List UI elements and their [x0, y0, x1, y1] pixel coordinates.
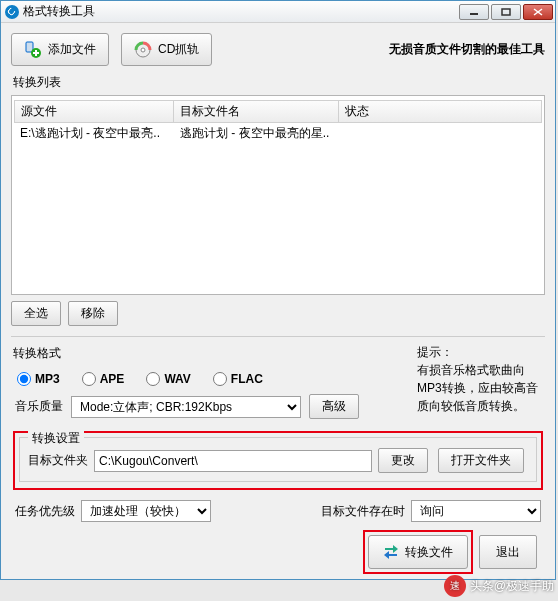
- app-window: 格式转换工具 添加文件 CD抓轨 无损音质文件切割的最佳工具 转换列表: [0, 0, 556, 580]
- col-target[interactable]: 目标文件名: [174, 100, 339, 123]
- window-title: 格式转换工具: [23, 3, 459, 20]
- watermark-text: 头条@极速手助: [470, 578, 554, 595]
- title-bar: 格式转换工具: [1, 1, 555, 23]
- cell-target: 逃跑计划 - 夜空中最亮的星..: [174, 125, 339, 142]
- format-options: MP3 APE WAV FLAC: [11, 366, 413, 394]
- settings-fieldset: 转换设置 目标文件夹 更改 打开文件夹: [19, 437, 537, 482]
- format-mp3[interactable]: MP3: [17, 372, 60, 386]
- dest-row: 目标文件夹 更改 打开文件夹: [28, 448, 528, 473]
- window-body: 添加文件 CD抓轨 无损音质文件切割的最佳工具 转换列表 源文件 目标文件名 状…: [1, 23, 555, 584]
- svg-rect-1: [502, 9, 510, 15]
- exists-group: 目标文件存在时 询问: [321, 500, 541, 522]
- format-section: 转换格式 MP3 APE WAV FLAC 音乐质量 Mode:立体声; CBR…: [11, 336, 545, 419]
- settings-highlight: 转换设置 目标文件夹 更改 打开文件夹: [13, 431, 543, 490]
- dest-input[interactable]: [94, 450, 372, 472]
- priority-select[interactable]: 加速处理（较快）: [81, 500, 211, 522]
- cell-source: E:\逃跑计划 - 夜空中最亮..: [14, 125, 174, 142]
- svg-point-9: [141, 48, 145, 52]
- settings-legend: 转换设置: [28, 430, 84, 447]
- cd-grab-button[interactable]: CD抓轨: [121, 33, 212, 66]
- quality-select[interactable]: Mode:立体声; CBR:192Kbps: [71, 396, 301, 418]
- remove-button[interactable]: 移除: [68, 301, 118, 326]
- add-file-label: 添加文件: [48, 41, 96, 58]
- open-folder-button[interactable]: 打开文件夹: [438, 448, 524, 473]
- format-flac[interactable]: FLAC: [213, 372, 263, 386]
- col-source[interactable]: 源文件: [14, 100, 174, 123]
- file-list[interactable]: 源文件 目标文件名 状态 E:\逃跑计划 - 夜空中最亮.. 逃跑计划 - 夜空…: [11, 95, 545, 295]
- cd-icon: [134, 41, 152, 59]
- advanced-button[interactable]: 高级: [309, 394, 359, 419]
- format-left: 转换格式 MP3 APE WAV FLAC 音乐质量 Mode:立体声; CBR…: [11, 337, 413, 419]
- cd-grab-label: CD抓轨: [158, 41, 199, 58]
- watermark-avatar-icon: 速: [444, 575, 466, 597]
- convert-button[interactable]: 转换文件: [368, 535, 468, 569]
- maximize-button[interactable]: [491, 4, 521, 20]
- radio-flac[interactable]: [213, 372, 227, 386]
- tips-box: 提示： 有损音乐格式歌曲向MP3转换，应由较高音质向较低音质转换。: [413, 337, 545, 419]
- add-file-button[interactable]: 添加文件: [11, 33, 109, 66]
- bottom-row: 任务优先级 加速处理（较快） 目标文件存在时 询问: [11, 500, 545, 522]
- col-status[interactable]: 状态: [339, 100, 542, 123]
- minimize-button[interactable]: [459, 4, 489, 20]
- app-icon: [5, 5, 19, 19]
- list-buttons: 全选 移除: [11, 301, 545, 326]
- convert-label: 转换文件: [405, 544, 453, 561]
- radio-mp3[interactable]: [17, 372, 31, 386]
- list-label: 转换列表: [13, 74, 543, 91]
- tips-title: 提示：: [417, 343, 541, 361]
- tips-body: 有损音乐格式歌曲向MP3转换，应由较高音质向较低音质转换。: [417, 361, 541, 415]
- exists-label: 目标文件存在时: [321, 503, 405, 520]
- format-wav[interactable]: WAV: [146, 372, 190, 386]
- priority-label: 任务优先级: [15, 503, 75, 520]
- quality-row: 音乐质量 Mode:立体声; CBR:192Kbps 高级: [11, 394, 413, 419]
- radio-ape[interactable]: [82, 372, 96, 386]
- exists-select[interactable]: 询问: [411, 500, 541, 522]
- action-row: 转换文件 退出: [11, 522, 545, 574]
- change-button[interactable]: 更改: [378, 448, 428, 473]
- format-label: 转换格式: [13, 345, 411, 362]
- dest-label: 目标文件夹: [28, 452, 88, 469]
- close-button[interactable]: [523, 4, 553, 20]
- slogan-text: 无损音质文件切割的最佳工具: [389, 41, 545, 58]
- window-controls: [459, 4, 553, 20]
- convert-icon: [383, 543, 399, 562]
- watermark: 速 头条@极速手助: [444, 575, 554, 597]
- toolbar: 添加文件 CD抓轨 无损音质文件切割的最佳工具: [11, 33, 545, 66]
- list-header: 源文件 目标文件名 状态: [14, 100, 542, 123]
- select-all-button[interactable]: 全选: [11, 301, 61, 326]
- quality-label: 音乐质量: [15, 398, 63, 415]
- convert-highlight: 转换文件: [363, 530, 473, 574]
- exit-button[interactable]: 退出: [479, 535, 537, 569]
- music-add-icon: [24, 41, 42, 59]
- format-ape[interactable]: APE: [82, 372, 125, 386]
- cell-status: [339, 125, 542, 142]
- radio-wav[interactable]: [146, 372, 160, 386]
- table-row[interactable]: E:\逃跑计划 - 夜空中最亮.. 逃跑计划 - 夜空中最亮的星..: [14, 123, 542, 144]
- priority-group: 任务优先级 加速处理（较快）: [15, 500, 211, 522]
